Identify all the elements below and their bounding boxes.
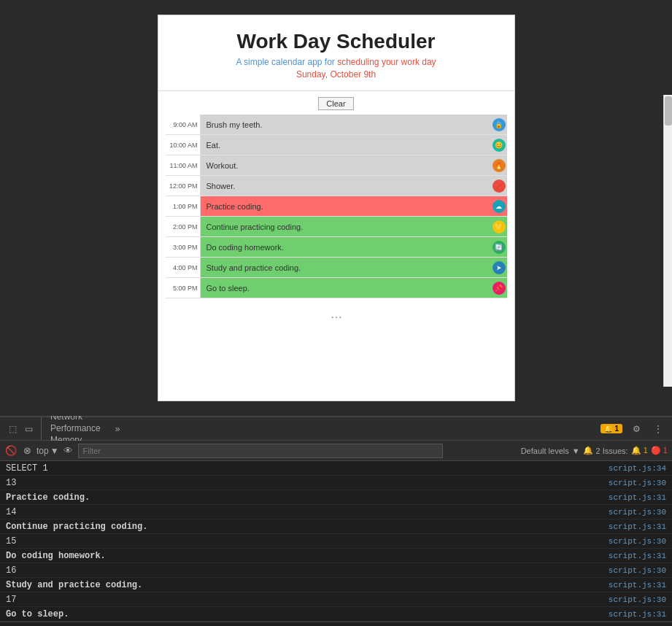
subtitle-link: scheduling your work day bbox=[337, 57, 436, 67]
console-link[interactable]: script.js:31 bbox=[609, 610, 666, 619]
action-cell: 💛 bbox=[491, 217, 507, 236]
scrollbar-thumb[interactable] bbox=[665, 96, 672, 125]
console-text: Go to sleep. bbox=[6, 609, 601, 619]
more-options-icon[interactable]: ⋮ bbox=[652, 423, 664, 435]
task-cell[interactable]: Shower. bbox=[201, 176, 491, 196]
schedule-row: 4:00 PMStudy and practice coding.➤ bbox=[166, 258, 507, 278]
action-button[interactable]: ❌ bbox=[493, 179, 506, 193]
console-text: 13 bbox=[6, 478, 601, 488]
schedule-rows: 9:00 AMBrush my teeth.🔒10:00 AMEat.😊11:0… bbox=[166, 115, 507, 298]
warning-badge: 🔔 1 bbox=[600, 424, 622, 433]
stop-icon[interactable]: ⊗ bbox=[20, 444, 34, 457]
inspect-icon[interactable]: ⬚ bbox=[7, 423, 18, 435]
console-link[interactable]: script.js:34 bbox=[609, 464, 666, 473]
action-button[interactable]: 📌 bbox=[493, 282, 506, 295]
console-line: 15script.js:30 bbox=[0, 534, 672, 549]
more-tabs-button[interactable]: » bbox=[109, 417, 126, 440]
task-cell[interactable]: Go to sleep. bbox=[201, 278, 491, 298]
clear-btn-row: Clear bbox=[166, 97, 507, 110]
console-link[interactable]: script.js:31 bbox=[609, 493, 666, 502]
console-text: Study and practice coding. bbox=[6, 580, 601, 590]
console-text: Practice coding. bbox=[6, 492, 601, 503]
issues-badge: 🔔 2 Issues: 🔔 1 🔴 1 bbox=[583, 446, 668, 455]
schedule-row: 1:00 PMPractice coding.☁ bbox=[166, 196, 507, 217]
schedule-row: 3:00 PMDo coding homework.🔄 bbox=[166, 237, 507, 258]
time-cell: 2:00 PM bbox=[166, 217, 201, 236]
console-link[interactable]: script.js:30 bbox=[609, 479, 666, 487]
time-cell: 9:00 AM bbox=[166, 115, 201, 134]
issues-error-badge: 🔴 1 bbox=[651, 446, 668, 455]
console-text: 17 bbox=[6, 595, 601, 605]
default-levels-label: Default levels bbox=[521, 447, 569, 455]
action-button[interactable]: ➤ bbox=[493, 261, 506, 274]
console-text: Do coding homework. bbox=[6, 551, 601, 561]
console-link[interactable]: script.js:30 bbox=[609, 566, 666, 575]
console-line: Continue practicing coding.script.js:31 bbox=[0, 519, 672, 534]
action-button[interactable]: 🔄 bbox=[493, 241, 506, 254]
console-link[interactable]: script.js:30 bbox=[609, 537, 666, 546]
console-link[interactable]: script.js:31 bbox=[609, 522, 666, 531]
action-cell: ❌ bbox=[491, 176, 507, 196]
default-levels-arrow: ▼ bbox=[572, 447, 580, 455]
default-levels-dropdown[interactable]: Default levels ▼ bbox=[521, 447, 580, 455]
drag-icon: ⋯ bbox=[331, 310, 342, 324]
scrollbar-area[interactable] bbox=[663, 95, 672, 387]
schedule-row: 5:00 PMGo to sleep.📌 bbox=[166, 278, 507, 298]
console-line: Study and practice coding.script.js:31 bbox=[0, 578, 672, 592]
issues-warning-icon: 🔔 bbox=[583, 446, 593, 455]
action-button[interactable]: 💛 bbox=[493, 220, 506, 233]
app-window: Work Day Scheduler A simple calendar app… bbox=[158, 15, 515, 401]
action-button[interactable]: ☁ bbox=[493, 200, 506, 213]
task-cell[interactable]: Brush my teeth. bbox=[201, 115, 491, 134]
action-cell: 🔒 bbox=[491, 115, 507, 134]
action-cell: 🔥 bbox=[491, 155, 507, 175]
app-title: Work Day Scheduler bbox=[166, 30, 507, 53]
task-cell[interactable]: Continue practicing coding. bbox=[201, 217, 491, 236]
schedule-row: 10:00 AMEat.😊 bbox=[166, 135, 507, 155]
filter-input[interactable] bbox=[78, 444, 443, 458]
console-link[interactable]: script.js:31 bbox=[609, 581, 666, 590]
drag-handle: ⋯ bbox=[158, 304, 514, 330]
clear-console-icon[interactable]: 🚫 bbox=[4, 444, 18, 457]
clear-button[interactable]: Clear bbox=[318, 97, 353, 110]
action-button[interactable]: 🔥 bbox=[493, 159, 506, 172]
time-cell: 3:00 PM bbox=[166, 237, 201, 257]
task-cell[interactable]: Workout. bbox=[201, 155, 491, 175]
task-cell[interactable]: Eat. bbox=[201, 135, 491, 155]
schedule-row: 2:00 PMContinue practicing coding.💛 bbox=[166, 217, 507, 237]
settings-icon[interactable]: ⚙ bbox=[630, 423, 642, 435]
schedule-row: 11:00 AMWorkout.🔥 bbox=[166, 155, 507, 176]
action-button[interactable]: 🔒 bbox=[493, 118, 506, 131]
eye-icon[interactable]: 👁 bbox=[62, 444, 75, 457]
task-cell[interactable]: Do coding homework. bbox=[201, 237, 491, 257]
devtools-tab-performance[interactable]: Performance bbox=[42, 423, 109, 435]
console-line: 16script.js:30 bbox=[0, 563, 672, 578]
time-cell: 1:00 PM bbox=[166, 196, 201, 216]
task-cell[interactable]: Practice coding. bbox=[201, 196, 491, 216]
device-icon[interactable]: ▭ bbox=[23, 423, 34, 435]
console-link[interactable]: script.js:31 bbox=[609, 552, 666, 560]
action-cell: ➤ bbox=[491, 258, 507, 277]
console-link[interactable]: script.js:30 bbox=[609, 595, 666, 604]
console-output: SELECT 1script.js:3413script.js:30Practi… bbox=[0, 461, 672, 622]
devtools-icon-group: ⬚ ▭ bbox=[0, 417, 42, 440]
console-line: Do coding homework.script.js:31 bbox=[0, 549, 672, 563]
browser-preview: Work Day Scheduler A simple calendar app… bbox=[0, 0, 672, 416]
time-cell: 12:00 PM bbox=[166, 176, 201, 196]
console-input-row: > bbox=[0, 622, 672, 626]
console-link[interactable]: script.js:30 bbox=[609, 508, 666, 517]
console-line: Practice coding.script.js:31 bbox=[0, 490, 672, 505]
action-button[interactable]: 😊 bbox=[493, 139, 506, 152]
context-dropdown[interactable]: top ▼ bbox=[36, 446, 59, 456]
action-cell: 😊 bbox=[491, 135, 507, 155]
subtitle-text-before: A simple calendar app for bbox=[236, 57, 337, 67]
action-cell: ☁ bbox=[491, 196, 507, 216]
console-text: 15 bbox=[6, 536, 601, 546]
devtools-tab-actions: 🔔 1 ⚙ ⋮ bbox=[595, 423, 672, 435]
context-dropdown-arrow: ▼ bbox=[50, 446, 59, 456]
task-cell[interactable]: Study and practice coding. bbox=[201, 258, 491, 277]
console-text: 16 bbox=[6, 565, 601, 576]
console-line: 17script.js:30 bbox=[0, 592, 672, 607]
app-date: Sunday, October 9th bbox=[166, 69, 507, 80]
action-cell: 🔄 bbox=[491, 237, 507, 257]
